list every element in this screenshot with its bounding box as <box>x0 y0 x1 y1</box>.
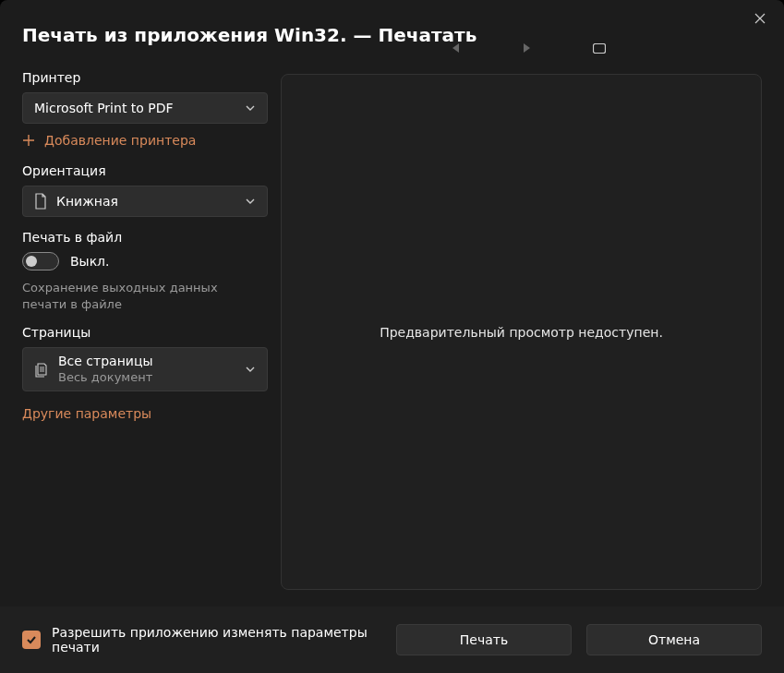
add-printer-link[interactable]: Добавление принтера <box>22 133 196 148</box>
footer-bar: Разрешить приложению изменять параметры … <box>0 607 784 673</box>
print-to-file-label: Печать в файл <box>22 230 266 245</box>
printer-dropdown[interactable]: Microsoft Print to PDF <box>22 92 268 124</box>
other-settings-label: Другие параметры <box>22 406 151 421</box>
portrait-page-icon <box>34 193 47 210</box>
preview-pane: Предварительный просмотр недоступен. <box>281 74 762 590</box>
pages-icon <box>34 361 49 378</box>
fullscreen-button[interactable] <box>593 43 606 54</box>
pages-label: Страницы <box>22 325 266 340</box>
pages-dropdown[interactable]: Все страницы Весь документ <box>22 347 268 391</box>
svg-rect-0 <box>593 43 605 53</box>
triangle-right-icon <box>523 43 530 53</box>
triangle-left-icon <box>452 43 460 53</box>
print-to-file-row: Выкл. <box>22 252 266 270</box>
close-icon <box>754 13 766 24</box>
settings-panel: Принтер Microsoft Print to PDF Добавлени… <box>0 66 277 607</box>
allow-app-label: Разрешить приложению изменять параметры … <box>52 625 385 655</box>
next-page-button[interactable] <box>523 43 530 53</box>
prev-page-button[interactable] <box>452 43 460 53</box>
allow-app-checkbox[interactable] <box>22 631 41 649</box>
printer-label: Принтер <box>22 70 266 85</box>
print-to-file-hint: Сохранение выходных данных печати в файл… <box>22 280 262 312</box>
print-button-label: Печать <box>460 632 508 647</box>
pages-selected: Все страницы <box>58 354 235 370</box>
checkmark-icon <box>26 634 37 645</box>
preview-unavailable-message: Предварительный просмотр недоступен. <box>380 325 663 340</box>
content-area: Принтер Microsoft Print to PDF Добавлени… <box>0 66 784 607</box>
orientation-selected: Книжная <box>56 194 235 209</box>
chevron-down-icon <box>245 196 256 207</box>
preview-nav <box>296 33 762 63</box>
print-button[interactable]: Печать <box>396 624 572 655</box>
toggle-knob <box>26 256 37 267</box>
cancel-button-label: Отмена <box>648 632 700 647</box>
printer-selected: Microsoft Print to PDF <box>34 101 235 115</box>
orientation-dropdown[interactable]: Книжная <box>22 186 268 217</box>
add-printer-label: Добавление принтера <box>44 133 196 148</box>
cancel-button[interactable]: Отмена <box>586 624 762 655</box>
print-dialog: Печать из приложения Win32. — Печатать П… <box>0 0 784 673</box>
print-to-file-state: Выкл. <box>70 254 110 269</box>
orientation-label: Ориентация <box>22 163 266 178</box>
plus-icon <box>22 134 35 147</box>
close-button[interactable] <box>745 6 775 31</box>
pages-selected-sub: Весь документ <box>58 370 235 385</box>
print-to-file-toggle[interactable] <box>22 252 59 270</box>
fullscreen-icon <box>593 43 606 54</box>
chevron-down-icon <box>245 102 256 114</box>
chevron-down-icon <box>245 364 256 375</box>
other-settings-link[interactable]: Другие параметры <box>22 406 151 421</box>
